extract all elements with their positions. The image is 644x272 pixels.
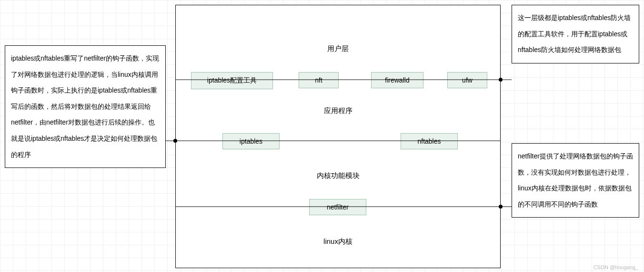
- node-netfilter: netfilter: [309, 199, 366, 215]
- node-iptables-config-tool: iptables配置工具: [191, 72, 273, 89]
- watermark: CSDN @hougang_: [594, 264, 638, 270]
- node-firewalld: firewalld: [371, 72, 423, 88]
- node-nftables: nftables: [401, 133, 458, 149]
- note-left: iptables或nftables重写了netfilter的钩子函数，实现了对网…: [5, 45, 166, 168]
- note-bottom-right: netfilter提供了处理网络数据包的钩子函数，没有实现如何对数据包进行处理，…: [512, 143, 639, 218]
- architecture-container: 用户层 应用程序 内核功能模块 linux内核 iptables配置工具 nft…: [175, 5, 501, 268]
- note-top-right: 这一层级都是iptables或nftables防火墙的配置工具软件，用于配置ip…: [512, 5, 639, 63]
- layer-app: 应用程序: [176, 106, 500, 115]
- layer-kernel: linux内核: [176, 237, 500, 246]
- node-iptables: iptables: [222, 133, 280, 149]
- layer-user: 用户层: [176, 44, 500, 53]
- node-nft: nft: [299, 72, 339, 88]
- layer-kernel-module: 内核功能模块: [176, 171, 500, 180]
- node-ufw: ufw: [447, 72, 487, 88]
